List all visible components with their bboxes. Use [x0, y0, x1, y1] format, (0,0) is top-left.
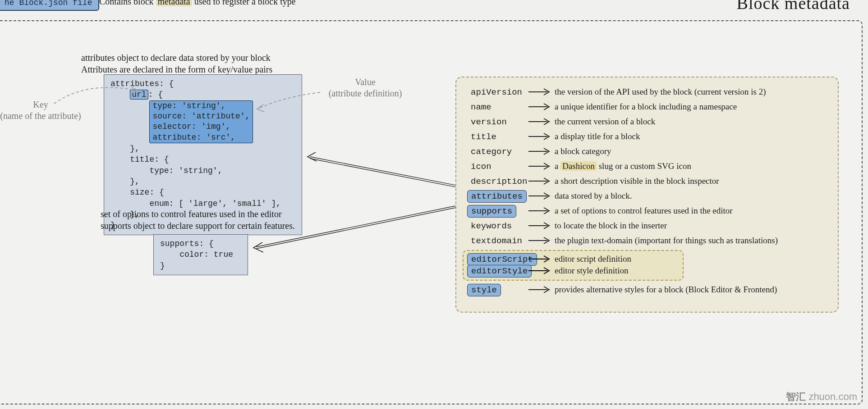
header-subtitle: Contains block metadata used to register… — [99, 0, 296, 7]
code-line: }, — [110, 177, 140, 186]
key-arrow — [32, 86, 144, 122]
arrow-icon — [528, 285, 555, 294]
arrow-icon — [528, 206, 555, 215]
metadata-desc: a unique identifier for a block includin… — [555, 102, 827, 112]
metadata-desc: provides alternative styles for a block … — [555, 285, 827, 295]
arrow-icon — [528, 191, 555, 200]
metadata-row: editorStyleeditor style definition — [467, 265, 679, 276]
code-line: size: { — [110, 188, 164, 197]
value-arrow — [253, 90, 343, 122]
watermark-bold: 智汇 — [786, 391, 806, 402]
metadata-key-style: style — [467, 284, 501, 296]
metadata-row: attributesdata stored by a block. — [467, 191, 827, 201]
editor-definitions-box: editorScripteditor script definitionedit… — [463, 250, 684, 281]
attributes-connector-arrow — [302, 149, 469, 203]
metadata-row: apiVersionthe version of the API used by… — [467, 86, 827, 97]
code-line: selector: 'img', — [152, 122, 230, 131]
metadata-key-editorScript: editorScript — [467, 253, 537, 266]
metadata-desc: to locate the block in the inserter — [555, 221, 827, 231]
arrow-icon — [528, 236, 555, 245]
metadata-desc: a block category — [555, 146, 827, 156]
metadata-desc: a short description visible in the block… — [555, 176, 827, 186]
metadata-desc: editor style definition — [555, 266, 679, 276]
code-line: color: true — [160, 250, 233, 259]
metadata-key-category: category — [467, 146, 515, 158]
attributes-desc-line2: Attributes are declared in the form of k… — [81, 64, 272, 75]
metadata-row: namea unique identifier for a block incl… — [467, 101, 827, 112]
metadata-panel: apiVersionthe version of the API used by… — [455, 77, 839, 313]
supports-connector-arrow — [248, 202, 469, 256]
code-line: }, — [110, 144, 140, 153]
metadata-row: textdomainthe plugin text-domain (import… — [467, 235, 827, 246]
metadata-row: styleprovides alternative styles for a b… — [467, 284, 827, 295]
arrow-icon — [528, 177, 555, 186]
arrow-icon — [528, 117, 555, 126]
subtitle-post: used to register a block type — [192, 0, 296, 6]
code-line: : { — [148, 90, 163, 99]
subtitle-pre: Contains block — [99, 0, 156, 6]
metadata-key-version: version — [467, 116, 510, 128]
arrow-icon — [528, 87, 555, 96]
code-line: title: { — [110, 155, 169, 164]
metadata-row: icona Dashicon slug or a custom SVG icon — [467, 161, 827, 172]
metadata-key-attributes: attributes — [467, 190, 527, 203]
block-json-badge: he Block.json file — [0, 0, 99, 11]
metadata-row: keywordsto locate the block in the inser… — [467, 220, 827, 231]
metadata-key-textdomain: textdomain — [467, 235, 526, 247]
metadata-row: titlea display title for a block — [467, 131, 827, 142]
metadata-desc: editor script definition — [555, 254, 679, 264]
supports-code-block: supports: { color: true } — [153, 234, 248, 275]
watermark-rest: zhuon.com — [808, 391, 857, 402]
metadata-row: supportsa set of options to control feat… — [467, 205, 827, 216]
metadata-desc: a display title for a block — [555, 132, 827, 141]
metadata-row: editorScripteditor script definition — [467, 254, 679, 264]
code-line: } — [160, 261, 165, 270]
arrow-icon — [528, 254, 555, 264]
arrow-icon — [528, 266, 555, 275]
code-line: type: 'string', — [152, 101, 225, 110]
arrow-icon — [528, 102, 555, 111]
code-line: supports: { — [160, 239, 214, 248]
metadata-row: versionthe current version of a block — [467, 116, 827, 127]
metadata-desc: the plugin text-domain (important for th… — [555, 236, 827, 245]
arrow-icon — [528, 221, 555, 230]
metadata-desc: a set of options to control features use… — [555, 206, 827, 216]
metadata-desc: a Dashicon slug or a custom SVG icon — [555, 161, 827, 171]
watermark: 智汇 zhuon.com — [786, 390, 857, 404]
arrow-icon — [528, 132, 555, 141]
val-annot-l1: Value — [316, 77, 415, 88]
metadata-key-description: description — [467, 176, 531, 187]
arrow-icon — [528, 162, 555, 171]
arrow-icon — [528, 147, 555, 156]
metadata-row: descriptiona short description visible i… — [467, 176, 827, 186]
code-line: source: 'attribute', — [152, 112, 250, 121]
attributes-description: attributes object to declare data stored… — [81, 52, 272, 75]
metadata-key-editorStyle: editorStyle — [467, 265, 532, 277]
metadata-key-keywords: keywords — [467, 220, 515, 232]
metadata-key-apiVersion: apiVersion — [467, 86, 526, 98]
metadata-row: categorya block category — [467, 146, 827, 157]
value-highlight: type: 'string', source: 'attribute', sel… — [149, 100, 253, 144]
metadata-desc: the current version of a block — [555, 117, 827, 127]
metadata-desc: the version of the API used by the block… — [555, 87, 827, 97]
metadata-key-supports: supports — [467, 205, 516, 218]
code-line: attribute: 'src', — [152, 133, 235, 142]
page-title: Block metadata — [737, 0, 850, 13]
metadata-key-title: title — [467, 131, 500, 143]
code-line: type: 'string', — [110, 166, 222, 175]
metadata-key-name: name — [467, 101, 495, 113]
metadata-desc: data stored by a block. — [555, 191, 827, 201]
top-bar: he Block.json file Contains block metada… — [0, 0, 868, 18]
metadata-highlight: metadata — [156, 0, 192, 6]
metadata-key-icon: icon — [467, 161, 495, 173]
attributes-desc-line1: attributes object to declare data stored… — [81, 52, 272, 64]
